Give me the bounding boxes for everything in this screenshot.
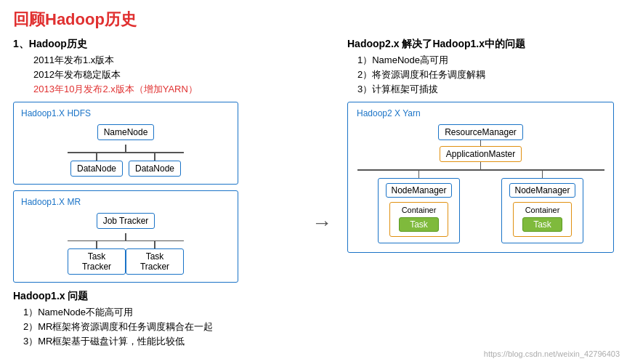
history-item-2: 2012年发布稳定版本 — [33, 68, 296, 81]
bottom-section-title: Hadoop1.x 问题 — [13, 290, 296, 303]
app-master-box: ApplicationMaster — [440, 146, 522, 162]
datanode2-box: DataNode — [129, 161, 181, 177]
section1-title: 1、Hadoop历史 — [13, 38, 296, 51]
yarn-diagram-box: Hadoop2 X Yarn ResourceManager Applicati… — [347, 102, 614, 253]
container1-box: Container Task — [389, 202, 448, 237]
container1-label: Container — [402, 206, 437, 214]
node-manager2-box: NodeManager Container Task — [501, 178, 583, 243]
task1-box: Task — [399, 217, 439, 232]
hdfs-box-title: Hadoop1.X HDFS — [21, 108, 230, 118]
hdfs-diagram-box: Hadoop1.X HDFS NameNode DataNode — [13, 102, 238, 185]
tasktracker2-box: Task Tracker — [126, 248, 184, 275]
yarn-box-title: Hadoop2 X Yarn — [357, 108, 604, 118]
task2-box: Task — [522, 217, 562, 232]
yarn-tree: ResourceManager ApplicationMaster NodeMa… — [357, 124, 604, 243]
right-issues: 1）NameNode高可用 2）将资源调度和任务调度解耦 3）计算框架可插拔 — [347, 54, 614, 96]
left-column: 1、Hadoop历史 2011年发布1.x版本 2012年发布稳定版本 2013… — [13, 38, 304, 349]
namenode-box: NameNode — [97, 124, 155, 140]
right-issue-3: 3）计算框架可插拔 — [357, 83, 614, 96]
history-item-1: 2011年发布1.x版本 — [33, 54, 296, 67]
bottom-item-2: 2）MR框架将资源调度和任务调度耦合在一起 — [23, 320, 296, 333]
container2-label: Container — [525, 206, 560, 214]
main-title: 回顾Hadoop历史 — [13, 9, 614, 31]
section2-title: Hadoop2.x 解决了Hadoop1.x中的问题 — [347, 38, 614, 51]
right-column: Hadoop2.x 解决了Hadoop1.x中的问题 1）NameNode高可用… — [340, 38, 614, 349]
jobtracker-box: Job Tracker — [97, 213, 155, 229]
history-item-3: 2013年10月发布2.x版本（增加YARN） — [33, 83, 296, 96]
history-list: 2011年发布1.x版本 2012年发布稳定版本 2013年10月发布2.x版本… — [33, 54, 296, 96]
bottom-item-1: 1）NameNode不能高可用 — [23, 306, 296, 319]
right-issue-1: 1）NameNode高可用 — [357, 54, 614, 67]
bottom-section: Hadoop1.x 问题 1）NameNode不能高可用 2）MR框架将资源调度… — [13, 290, 296, 348]
arrow-section: → — [304, 38, 340, 349]
right-issue-2: 2）将资源调度和任务调度解耦 — [357, 68, 614, 81]
resource-manager-box: ResourceManager — [438, 124, 523, 140]
mr-box-title: Hadoop1.X MR — [21, 197, 230, 207]
container2-box: Container Task — [513, 202, 572, 237]
hdfs-inner: NameNode DataNode Data — [21, 124, 230, 177]
tasktracker1-box: Task Tracker — [68, 248, 126, 275]
watermark: https://blog.csdn.net/weixin_42796403 — [484, 349, 620, 358]
node-manager2-label: NodeManager — [509, 183, 575, 198]
mr-inner: Job Tracker Task Tracker Task Tracker — [21, 213, 230, 275]
mr-diagram-box: Hadoop1.X MR Job Tracker Task Tracker — [13, 190, 238, 283]
node-manager1-box: NodeManager Container Task — [378, 178, 459, 243]
datanode1-box: DataNode — [70, 161, 123, 177]
right-arrow-icon: → — [312, 213, 332, 233]
node-manager1-label: NodeManager — [386, 183, 451, 198]
bottom-item-3: 3）MR框架基于磁盘计算，性能比较低 — [23, 335, 296, 348]
